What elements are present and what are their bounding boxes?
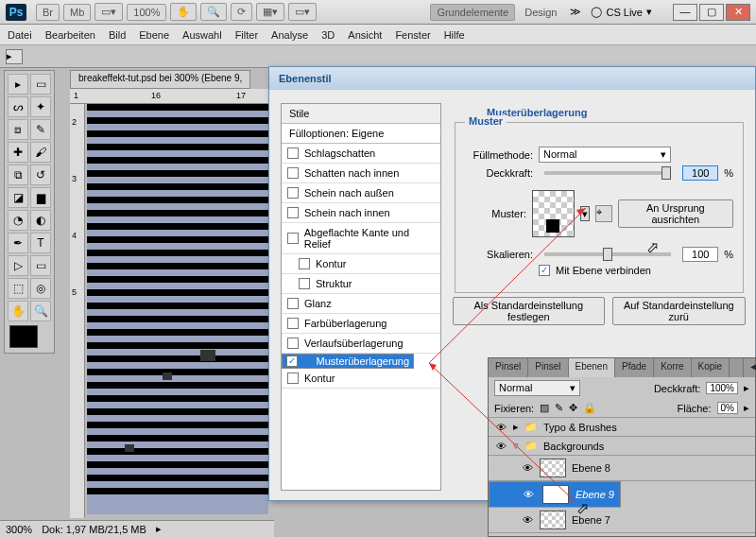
path-select-tool[interactable]: ▷ bbox=[8, 255, 28, 276]
dodge-tool[interactable]: ◐ bbox=[30, 210, 51, 231]
style-checkbox[interactable] bbox=[287, 207, 299, 218]
zoom-tool-button[interactable]: 🔍 bbox=[200, 3, 227, 21]
layer-row[interactable]: 👁 Ebene 8 bbox=[489, 456, 755, 481]
status-zoom[interactable]: 300% bbox=[6, 524, 32, 535]
pen-tool[interactable]: ✒ bbox=[8, 233, 28, 253]
bridge-button[interactable]: Br bbox=[36, 4, 60, 21]
visibility-icon[interactable]: 👁 bbox=[521, 462, 534, 474]
visibility-icon[interactable]: 👁 bbox=[522, 489, 535, 500]
cslive-label[interactable]: CS Live bbox=[606, 7, 643, 18]
document-tab[interactable]: breakeffekt-tut.psd bei 300% (Ebene 9, bbox=[70, 70, 250, 89]
menu-fenster[interactable]: Fenster bbox=[395, 29, 430, 41]
style-item[interactable]: Kontur bbox=[282, 369, 440, 389]
document-canvas[interactable] bbox=[87, 104, 268, 514]
zoom-tool[interactable]: 🔍 bbox=[30, 301, 51, 321]
lock-all-icon[interactable]: 🔒 bbox=[583, 402, 596, 414]
heal-tool[interactable]: ✚ bbox=[8, 142, 28, 163]
move-tool[interactable]: ▸ bbox=[8, 74, 28, 95]
snap-origin-button[interactable]: An Ursprung ausrichten bbox=[618, 199, 733, 228]
reset-default-button[interactable]: Auf Standardeinstellung zurü bbox=[612, 297, 746, 325]
workspace-essentials[interactable]: Grundelemente bbox=[430, 4, 515, 21]
menu-ebene[interactable]: Ebene bbox=[139, 29, 169, 41]
close-button[interactable]: ✕ bbox=[726, 4, 750, 21]
layer-group-row[interactable]: 👁 ▿ 📁 Backgrounds bbox=[489, 437, 755, 456]
style-checkbox[interactable] bbox=[287, 298, 299, 309]
style-item[interactable]: Farbüberlagerung bbox=[282, 314, 440, 334]
minimize-button[interactable]: — bbox=[673, 4, 697, 21]
style-item[interactable]: Schlagschatten bbox=[282, 144, 440, 164]
style-item[interactable]: Schein nach innen bbox=[282, 203, 440, 223]
menu-auswahl[interactable]: Auswahl bbox=[182, 29, 222, 41]
menu-bearbeiten[interactable]: Bearbeiten bbox=[45, 29, 95, 41]
style-checkbox[interactable] bbox=[287, 338, 299, 349]
move-tool-icon[interactable]: ▸ bbox=[6, 49, 23, 64]
style-item[interactable]: Struktur bbox=[282, 274, 440, 294]
zoom-display[interactable]: 100% bbox=[127, 4, 166, 21]
expand-icon[interactable]: ▿ bbox=[513, 440, 519, 452]
visibility-icon[interactable]: 👁 bbox=[494, 422, 507, 433]
style-checkbox[interactable] bbox=[287, 372, 299, 384]
style-item[interactable]: Verlaufsüberlagerung bbox=[282, 334, 440, 354]
layer-row[interactable]: 👁 Ebene 7 bbox=[489, 508, 755, 533]
style-checkbox[interactable] bbox=[286, 355, 298, 367]
tab-kopie[interactable]: Kopie bbox=[692, 358, 730, 377]
camera-tool[interactable]: ◎ bbox=[30, 278, 51, 299]
minibridge-button[interactable]: Mb bbox=[63, 4, 91, 21]
screenmode-button[interactable]: ▭▾ bbox=[288, 3, 317, 21]
color-swatch[interactable] bbox=[9, 325, 38, 348]
menu-analyse[interactable]: Analyse bbox=[271, 29, 308, 41]
tab-pfade[interactable]: Pfade bbox=[615, 358, 654, 377]
link-layer-checkbox[interactable] bbox=[539, 265, 550, 276]
panel-collapse-icon[interactable]: ◀▶ bbox=[744, 358, 756, 377]
scale-input[interactable]: 100 bbox=[682, 247, 718, 262]
rotate-view-button[interactable]: ⟳ bbox=[231, 3, 252, 21]
fill-value[interactable]: 0% bbox=[717, 402, 738, 414]
crop-tool[interactable]: ⧈ bbox=[8, 119, 28, 140]
menu-ansicht[interactable]: Ansicht bbox=[348, 29, 382, 41]
style-item[interactable]: Musterüberlagerung bbox=[282, 354, 414, 369]
style-checkbox[interactable] bbox=[299, 278, 310, 289]
set-default-button[interactable]: Als Standardeinstellung festlegen bbox=[453, 297, 605, 325]
3d-tool[interactable]: ⬚ bbox=[8, 278, 28, 299]
fill-options-row[interactable]: Fülloptionen: Eigene bbox=[282, 124, 440, 144]
layer-opacity-value[interactable]: 100% bbox=[706, 382, 738, 394]
type-tool[interactable]: T bbox=[30, 233, 51, 253]
menu-hilfe[interactable]: Hilfe bbox=[444, 29, 465, 41]
style-item[interactable]: Glanz bbox=[282, 294, 440, 314]
pattern-swatch[interactable] bbox=[532, 190, 575, 237]
snap-origin-icon[interactable]: ⌖ bbox=[595, 205, 612, 222]
stamp-tool[interactable]: ⧉ bbox=[8, 165, 28, 185]
style-item[interactable]: Schatten nach innen bbox=[282, 164, 440, 183]
menu-bild[interactable]: Bild bbox=[109, 29, 126, 41]
menu-datei[interactable]: Datei bbox=[8, 29, 32, 41]
layer-blendmode-select[interactable]: Normal▾ bbox=[494, 380, 580, 396]
visibility-icon[interactable]: 👁 bbox=[521, 514, 534, 526]
tab-pinsel[interactable]: Pinsel bbox=[489, 358, 528, 377]
tab-pinsel2[interactable]: Pinsel bbox=[528, 358, 568, 377]
brush-tool[interactable]: 🖌 bbox=[30, 142, 51, 163]
style-checkbox[interactable] bbox=[287, 167, 299, 179]
marquee-tool[interactable]: ▭ bbox=[30, 74, 51, 95]
more-icon[interactable]: ≫ bbox=[570, 6, 581, 18]
lock-position-icon[interactable]: ✥ bbox=[569, 402, 577, 414]
wand-tool[interactable]: ✦ bbox=[30, 96, 51, 117]
style-checkbox[interactable] bbox=[287, 147, 299, 159]
eyedropper-tool[interactable]: ✎ bbox=[30, 119, 51, 140]
style-item[interactable]: Schein nach außen bbox=[282, 183, 440, 203]
style-checkbox[interactable] bbox=[287, 187, 299, 199]
cslive-icon[interactable]: ◯ bbox=[591, 6, 602, 18]
blur-tool[interactable]: ◔ bbox=[8, 210, 28, 231]
style-item[interactable]: Kontur bbox=[282, 254, 440, 274]
viewmode-button[interactable]: ▭▾ bbox=[94, 3, 123, 21]
opacity-input[interactable]: 100 bbox=[682, 165, 718, 181]
blend-mode-select[interactable]: Normal▾ bbox=[539, 147, 671, 163]
styles-header[interactable]: Stile bbox=[282, 104, 440, 124]
eraser-tool[interactable]: ◪ bbox=[8, 187, 28, 208]
hand-tool-button[interactable]: ✋ bbox=[170, 3, 197, 21]
menu-filter[interactable]: Filter bbox=[235, 29, 258, 41]
layer-row-selected[interactable]: 👁 Ebene 9 bbox=[489, 481, 621, 508]
workspace-design[interactable]: Design bbox=[519, 5, 562, 20]
layer-group-row[interactable]: 👁 ▸ 📁 Typo & Brushes bbox=[489, 418, 755, 437]
tab-ebenen[interactable]: Ebenen bbox=[569, 358, 615, 377]
history-brush-tool[interactable]: ↺ bbox=[30, 165, 51, 185]
